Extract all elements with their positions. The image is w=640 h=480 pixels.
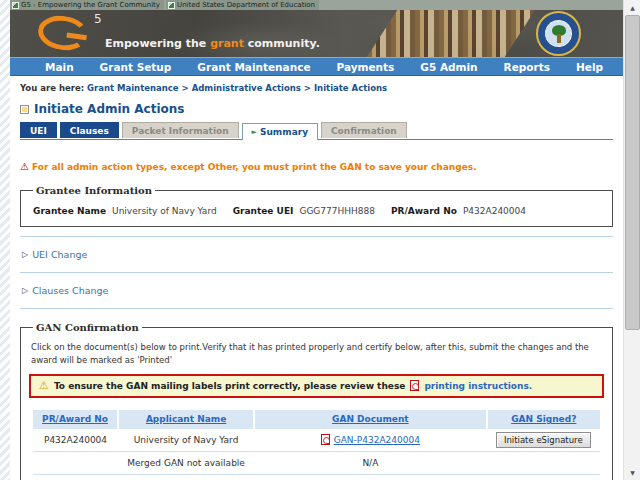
pr-award-no-label: PR/Award No — [391, 206, 457, 216]
vertical-scrollbar[interactable]: ▲ ▼ — [623, 0, 640, 480]
window-title-ed[interactable]: United States Department of Education — [166, 0, 319, 10]
tab-summary[interactable]: ► Summary — [242, 123, 318, 140]
admin-action-alert: ⚠ For all admin action types, except Oth… — [20, 162, 613, 172]
gan-confirmation-legend: GAN Confirmation — [33, 322, 142, 333]
grantee-information-fieldset: Grantee Information Grantee Name Univers… — [20, 185, 613, 227]
tab-bar: UEI Clauses Packet Information ► Summary… — [20, 122, 613, 140]
uei-change-label: UEI Change — [32, 249, 87, 260]
printing-notice: ⚠ To ensure the GAN mailing labels print… — [29, 374, 604, 398]
header-gan-document[interactable]: GAN Document — [254, 410, 486, 429]
nav-item-help[interactable]: Help — [563, 61, 616, 73]
grantee-uei-value: GGG777HHH888 — [299, 206, 375, 216]
scrollbar-down-icon[interactable]: ▼ — [624, 465, 640, 480]
gan-instructions: Click on the document(s) below to print.… — [29, 341, 604, 367]
gan-table: PR/Award No Applicant Name GAN Document … — [33, 410, 600, 476]
nav-item-grant-maintenance[interactable]: Grant Maintenance — [184, 61, 323, 73]
nav-item-g5-admin[interactable]: G5 Admin — [407, 61, 490, 73]
cell-gan-document: GAN-P432A240004 — [254, 429, 486, 452]
nav-item-main[interactable]: Main — [32, 61, 87, 73]
clauses-change-expander[interactable]: ▷ Clauses Change — [20, 285, 613, 296]
pdf-icon — [321, 434, 330, 445]
breadcrumb-prefix: You are here: — [20, 83, 84, 93]
seal-trunk-icon — [557, 34, 561, 43]
cell-pr-award: P432A240004 — [33, 429, 118, 452]
header-pr-award-no[interactable]: PR/Award No — [33, 410, 118, 429]
nav-item-grant-setup[interactable]: Grant Setup — [87, 61, 185, 73]
page-content: You are here: Grant Maintenance > Admini… — [10, 76, 623, 480]
breadcrumb-path[interactable]: Grant Maintenance > Administrative Actio… — [87, 83, 387, 93]
grantee-name-label: Grantee Name — [33, 206, 106, 216]
scrollbar-thumb[interactable] — [625, 15, 640, 330]
cell-gan-signed: Initiate eSignature — [487, 429, 600, 452]
grantee-fields: Grantee Name University of Navy Yard Gra… — [29, 206, 604, 216]
grantee-name-value: University of Navy Yard — [112, 206, 217, 216]
divider — [20, 272, 613, 273]
divider — [20, 308, 613, 309]
tab-label: Confirmation — [331, 126, 397, 136]
table-row: P432A240004 University of Navy Yard GAN-… — [33, 429, 600, 452]
nav-item-payments[interactable]: Payments — [324, 61, 408, 73]
tab-uei[interactable]: UEI — [20, 122, 57, 138]
header-gan-signed[interactable]: GAN Signed? — [487, 410, 600, 429]
initiate-esignature-button[interactable]: Initiate eSignature — [496, 432, 591, 448]
pr-award-no-value: P432A240004 — [463, 206, 526, 216]
tagline-pre: Empowering the — [105, 37, 210, 50]
table-row: Merged GAN not available N/A — [33, 452, 600, 475]
pdf-icon — [410, 380, 419, 391]
main-navbar: Main Grant Setup Grant Maintenance Payme… — [10, 57, 623, 76]
education-seal — [536, 11, 581, 56]
divider — [20, 236, 613, 237]
cell-gan-signed — [487, 452, 600, 475]
page-title: Initiate Admin Actions — [20, 102, 613, 116]
window-title-label: G5 - Empowering the Grant Community — [21, 1, 160, 9]
window-title-label: United States Department of Education — [177, 1, 315, 9]
collapse-square-icon[interactable] — [20, 105, 29, 114]
cell-pr-award — [33, 452, 118, 475]
page-title-label: Initiate Admin Actions — [34, 102, 185, 116]
education-seal-inner — [545, 20, 572, 47]
tagline-post: community. — [244, 37, 320, 50]
gan-document-link[interactable]: GAN-P432A240004 — [334, 435, 420, 445]
clauses-change-label: Clauses Change — [32, 285, 108, 296]
tagline-highlight: grant — [210, 37, 244, 50]
tab-label: Clauses — [70, 126, 109, 136]
window-title-strip: G5 - Empowering the Grant Community Unit… — [10, 0, 623, 10]
cell-applicant: University of Navy Yard — [118, 429, 254, 452]
bookshelf-photo — [367, 10, 535, 57]
expand-triangle-icon: ▷ — [22, 250, 28, 259]
tab-label: Packet Information — [132, 126, 229, 136]
gan-confirmation-fieldset: GAN Confirmation Click on the document(s… — [20, 322, 613, 480]
tab-confirmation: Confirmation — [321, 122, 407, 138]
banner-tagline: Empowering the grant community. — [105, 37, 320, 50]
g5-logo-number: 5 — [94, 12, 102, 26]
tab-packet-information: Packet Information — [122, 122, 239, 138]
grantee-uei-label: Grantee UEI — [233, 206, 294, 216]
tab-label: UEI — [30, 126, 47, 136]
gan-table-header-row: PR/Award No Applicant Name GAN Document … — [33, 410, 600, 429]
nav-item-reports[interactable]: Reports — [491, 61, 563, 73]
grantee-information-legend: Grantee Information — [33, 185, 155, 196]
notice-text: To ensure the GAN mailing labels print c… — [54, 381, 406, 391]
cell-gan-document: N/A — [254, 452, 486, 475]
window-title-g5[interactable]: G5 - Empowering the Grant Community — [10, 0, 164, 10]
printing-instructions-link[interactable]: printing instructions. — [424, 381, 532, 391]
alert-text: For all admin action types, except Other… — [32, 162, 477, 172]
g5-banner: 5 Empowering the grant community. — [10, 10, 623, 57]
tab-label: Summary — [260, 127, 308, 137]
window-icon — [12, 2, 19, 9]
cell-applicant: Merged GAN not available — [118, 452, 254, 475]
warning-icon: ⚠ — [20, 162, 29, 172]
g5-logo: 5 — [38, 14, 102, 54]
tab-clauses[interactable]: Clauses — [60, 122, 119, 138]
breadcrumb: You are here: Grant Maintenance > Admini… — [20, 83, 613, 93]
alert-triangle-icon: ⚠ — [39, 380, 49, 391]
uei-change-expander[interactable]: ▷ UEI Change — [20, 249, 613, 260]
main-window: G5 - Empowering the Grant Community Unit… — [10, 0, 623, 480]
active-tab-arrow-icon: ► — [252, 128, 257, 136]
header-applicant-name[interactable]: Applicant Name — [118, 410, 254, 429]
window-icon — [168, 2, 175, 9]
expand-triangle-icon: ▷ — [22, 286, 28, 295]
scrollbar-up-icon[interactable]: ▲ — [624, 0, 640, 15]
g5-logo-g-icon — [36, 13, 90, 54]
